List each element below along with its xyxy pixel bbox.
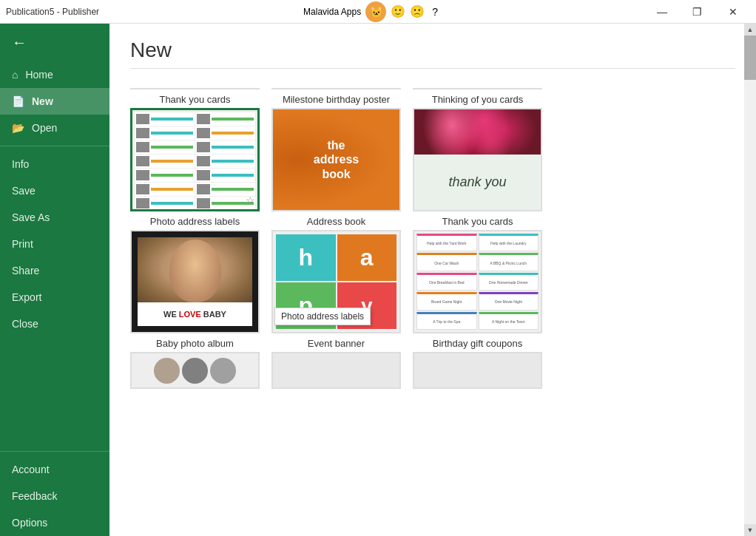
sidebar-info-label: Info bbox=[12, 158, 29, 170]
template-item-bottom-1[interactable] bbox=[130, 352, 260, 389]
bc-item-1: Help with the Yard Work bbox=[416, 234, 477, 251]
sidebar-item-close[interactable]: Close bbox=[0, 311, 109, 337]
template-label-thinking: Thinking of you cards bbox=[432, 94, 524, 105]
bc-item-9: A Trip to the Spa bbox=[416, 312, 477, 330]
open-icon: 📂 bbox=[12, 122, 24, 134]
bottom-thumb-3 bbox=[413, 352, 542, 389]
sidebar-item-info[interactable]: Info bbox=[0, 151, 109, 177]
sidebar-item-account[interactable]: Account bbox=[0, 456, 109, 483]
bp-photo-1 bbox=[154, 358, 180, 384]
title-bar: Publication5 - Publisher Malavida Apps 🐱… bbox=[0, 0, 756, 24]
sidebar-item-share[interactable]: Share bbox=[0, 257, 109, 284]
title-bar-left: Publication5 - Publisher bbox=[6, 7, 99, 17]
photo-address-label: Photo address labels bbox=[150, 216, 240, 227]
address-book-thumb: theaddressbook bbox=[271, 108, 401, 211]
thank-you-flower-label: Thank you cards bbox=[442, 216, 513, 227]
sidebar-nav: ⌂ Home 📄 New 📂 Open Info Save Save As bbox=[0, 61, 109, 451]
template-item-photo-address[interactable]: Photo address labels ☆ bbox=[130, 108, 260, 227]
emoji-happy-icon[interactable]: 🙂 bbox=[391, 4, 405, 18]
sidebar-open-label: Open bbox=[32, 122, 57, 134]
sidebar-item-save-as[interactable]: Save As bbox=[0, 204, 109, 231]
sidebar-item-feedback[interactable]: Feedback bbox=[0, 483, 109, 509]
sidebar-item-print[interactable]: Print bbox=[0, 231, 109, 257]
template-row-4 bbox=[130, 352, 732, 389]
address-book-label: Address book bbox=[307, 216, 366, 227]
scroll-up-button[interactable]: ▲ bbox=[744, 24, 756, 35]
bottom-thumb-1 bbox=[130, 352, 260, 389]
sidebar-account-label: Account bbox=[12, 464, 50, 475]
sidebar-item-home[interactable]: ⌂ Home bbox=[0, 61, 109, 88]
template-label-thank-you-top: Thank you cards bbox=[159, 94, 230, 105]
sidebar-new-label: New bbox=[32, 95, 53, 107]
center-app-label: Malavida Apps bbox=[303, 7, 361, 17]
sidebar-item-export[interactable]: Export bbox=[0, 284, 109, 311]
sidebar-save-label: Save bbox=[12, 185, 36, 197]
pin-icon[interactable]: ☆ bbox=[246, 194, 255, 206]
close-button[interactable]: ✕ bbox=[716, 0, 750, 24]
template-item-bottom-3[interactable] bbox=[413, 352, 542, 389]
sidebar-close-label: Close bbox=[12, 318, 38, 330]
template-row-2: Photo address labels ☆ theaddressbook Ad… bbox=[130, 108, 732, 227]
restore-button[interactable]: ❐ bbox=[681, 0, 715, 24]
eb-h-cell: h bbox=[276, 234, 336, 281]
emoji-sad-icon[interactable]: 🙁 bbox=[410, 4, 425, 18]
new-doc-icon: 📄 bbox=[12, 95, 24, 107]
template-item-baby-album[interactable]: WE LOVE BABY Baby photo album bbox=[130, 230, 260, 349]
baby-album-label: Baby photo album bbox=[156, 338, 234, 349]
back-button[interactable]: ← bbox=[0, 24, 109, 61]
template-row-labels: Thank you cards Milestone birthday poste… bbox=[130, 88, 732, 105]
template-item-event-banner[interactable]: h a p y Event banner bbox=[271, 230, 401, 349]
template-item-thank-you-flower[interactable]: thank you Thank you cards bbox=[413, 108, 542, 227]
sidebar-item-save[interactable]: Save bbox=[0, 177, 109, 204]
birthday-coupons-thumb: Help with the Yard Work Help with the La… bbox=[413, 230, 542, 333]
sidebar-bottom: Account Feedback Options bbox=[0, 451, 109, 536]
template-item-thinking-label[interactable]: Thinking of you cards bbox=[413, 88, 542, 105]
help-icon[interactable]: ? bbox=[432, 6, 438, 18]
scroll-thumb[interactable] bbox=[744, 35, 756, 80]
baby-face-inner bbox=[169, 240, 221, 302]
sidebar-save-as-label: Save As bbox=[12, 211, 50, 223]
templates-area: Thank you cards Milestone birthday poste… bbox=[109, 88, 756, 536]
bc-item-4: A BBQ & Picnic Lunch bbox=[479, 253, 539, 271]
baby-love-text: LOVE bbox=[179, 310, 201, 319]
sidebar-print-label: Print bbox=[12, 238, 33, 250]
baby-baby-text: BABY bbox=[203, 310, 226, 319]
sidebar: ← ⌂ Home 📄 New 📂 Open Info Save bbox=[0, 24, 109, 536]
app-title: Publication5 - Publisher bbox=[6, 7, 99, 17]
bc-item-5: One Breakfast in Bed bbox=[416, 273, 477, 291]
sidebar-divider-1 bbox=[0, 146, 109, 146]
content-divider bbox=[130, 68, 735, 69]
template-item-thank-you-cards-label[interactable]: Thank you cards bbox=[130, 88, 260, 105]
template-row-3: WE LOVE BABY Baby photo album h a bbox=[130, 230, 732, 349]
sidebar-options-label: Options bbox=[12, 517, 47, 529]
svg-text:🐱: 🐱 bbox=[370, 6, 383, 18]
bp-photo-3 bbox=[210, 358, 236, 384]
sidebar-share-label: Share bbox=[12, 265, 39, 277]
template-item-address-book[interactable]: theaddressbook Address book bbox=[271, 108, 401, 227]
sidebar-item-options[interactable]: Options bbox=[0, 509, 109, 536]
bc-item-2: Help with the Laundry bbox=[479, 234, 539, 251]
bc-item-6: One Homemade Dinner bbox=[479, 273, 539, 291]
template-item-milestone-label[interactable]: Milestone birthday poster bbox=[271, 88, 401, 105]
scroll-down-button[interactable]: ▼ bbox=[744, 524, 756, 536]
photo-address-thumb bbox=[130, 108, 260, 211]
scroll-rail: ▲ ▼ bbox=[744, 24, 756, 536]
sidebar-item-open[interactable]: 📂 Open bbox=[0, 115, 109, 141]
thank-you-flower-thumb: thank you bbox=[413, 108, 542, 211]
bottom-thumb-2 bbox=[271, 352, 401, 389]
template-item-bottom-2[interactable] bbox=[271, 352, 401, 389]
minimize-button[interactable]: — bbox=[645, 0, 679, 24]
main-header: New bbox=[109, 24, 756, 88]
sidebar-export-label: Export bbox=[12, 291, 41, 303]
bc-item-10: A Night on the Town bbox=[479, 312, 539, 330]
template-label-milestone: Milestone birthday poster bbox=[283, 94, 390, 105]
template-item-birthday-coupons[interactable]: Help with the Yard Work Help with the La… bbox=[413, 230, 542, 349]
tooltip: Photo address labels bbox=[274, 308, 371, 325]
bp-photos bbox=[154, 358, 236, 384]
address-book-text-display: theaddressbook bbox=[314, 138, 359, 181]
title-bar-controls: — ❐ ✕ bbox=[645, 0, 750, 24]
avatar: 🐱 bbox=[365, 1, 386, 22]
sidebar-home-label: Home bbox=[25, 69, 53, 81]
sidebar-item-new[interactable]: 📄 New bbox=[0, 88, 109, 115]
event-banner-label: Event banner bbox=[308, 338, 365, 349]
